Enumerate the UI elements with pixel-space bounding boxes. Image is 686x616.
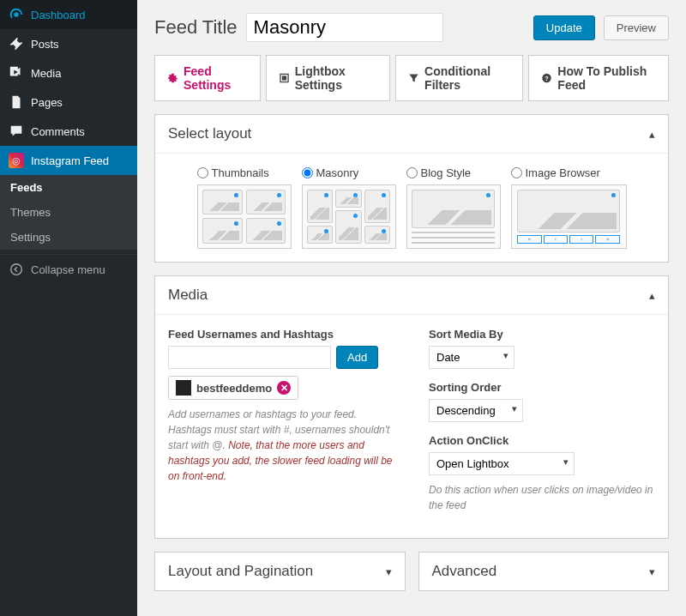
option-label: Masonry bbox=[316, 166, 359, 179]
feed-title-input[interactable] bbox=[246, 13, 443, 42]
nav-instagram-feed[interactable]: ◎Instagram Feed bbox=[0, 146, 137, 175]
chevron-down-icon bbox=[386, 563, 392, 580]
usernames-label: Feed Usernames and Hashtags bbox=[168, 328, 394, 341]
radio-thumbnails[interactable] bbox=[197, 167, 208, 178]
layout-option-imagebrowser[interactable]: Image Browser«‹›» bbox=[511, 166, 627, 249]
select-layout-panel: Select layout Thumbnails Masonry Blog St… bbox=[154, 114, 669, 263]
chevron-up-icon bbox=[649, 287, 655, 304]
order-select[interactable]: Descending bbox=[429, 399, 523, 422]
panel-title: Select layout bbox=[168, 125, 251, 142]
add-button[interactable]: Add bbox=[336, 346, 378, 369]
tab-label: Conditional Filters bbox=[424, 64, 510, 92]
instagram-icon: ◎ bbox=[9, 153, 24, 168]
nav-posts[interactable]: Posts bbox=[0, 29, 137, 58]
layout-pagination-panel: Layout and Pagination bbox=[154, 552, 406, 591]
page-header: Feed Title Update Preview bbox=[154, 13, 669, 42]
nav-media[interactable]: Media bbox=[0, 58, 137, 88]
avatar-icon bbox=[176, 380, 191, 396]
username-badge: bestfeeddemo✕ bbox=[168, 376, 298, 400]
chevron-down-icon bbox=[649, 563, 655, 580]
layout-option-masonry[interactable]: Masonry bbox=[302, 166, 396, 249]
svg-rect-2 bbox=[282, 75, 286, 80]
tab-label: Feed Settings bbox=[184, 64, 248, 92]
option-label: Image Browser bbox=[526, 166, 600, 179]
imagebrowser-preview-icon: «‹›» bbox=[511, 184, 627, 249]
usernames-input[interactable] bbox=[168, 346, 331, 369]
collapse-label: Collapse menu bbox=[31, 263, 105, 276]
blogstyle-preview-icon bbox=[406, 184, 501, 249]
nav-label: Dashboard bbox=[31, 9, 86, 21]
panel-title: Media bbox=[168, 287, 208, 304]
masonry-preview-icon bbox=[302, 184, 396, 249]
media-icon bbox=[9, 65, 24, 81]
feed-title-label: Feed Title bbox=[154, 16, 238, 39]
admin-sidebar: Dashboard Posts Media Pages Comments ◎In… bbox=[0, 0, 137, 616]
nav-comments[interactable]: Comments bbox=[0, 117, 137, 146]
nav-label: Posts bbox=[31, 38, 59, 51]
panel-toggle-layout-pagination[interactable]: Layout and Pagination bbox=[155, 553, 405, 590]
action-select[interactable]: Open Lightbox bbox=[429, 452, 575, 475]
nav-sub-feeds[interactable]: Feeds bbox=[0, 175, 137, 200]
advanced-panel: Advanced bbox=[418, 552, 670, 591]
collapse-icon bbox=[9, 262, 24, 277]
gear-icon bbox=[167, 71, 178, 85]
sort-label: Sort Media By bbox=[429, 328, 655, 341]
remove-badge-button[interactable]: ✕ bbox=[277, 381, 291, 395]
thumbnail-preview-icon bbox=[197, 184, 292, 249]
comments-icon bbox=[9, 124, 24, 139]
tab-lightbox-settings[interactable]: Lightbox Settings bbox=[266, 55, 390, 101]
collapse-menu[interactable]: Collapse menu bbox=[0, 254, 137, 284]
radio-blogstyle[interactable] bbox=[406, 167, 418, 178]
preview-button[interactable]: Preview bbox=[604, 15, 669, 40]
tab-feed-settings[interactable]: Feed Settings bbox=[154, 55, 261, 101]
nav-submenu: Feeds Themes Settings bbox=[0, 175, 137, 250]
filter-icon bbox=[408, 71, 419, 85]
nav-label: Comments bbox=[31, 125, 85, 138]
action-help: Do this action when user clicks on image… bbox=[429, 482, 655, 513]
pages-icon bbox=[9, 94, 24, 110]
panel-toggle-advanced[interactable]: Advanced bbox=[419, 553, 669, 590]
nav-label: Media bbox=[31, 67, 61, 80]
tab-label: Lightbox Settings bbox=[295, 64, 377, 92]
panel-title: Advanced bbox=[432, 563, 497, 580]
option-label: Blog Style bbox=[421, 166, 472, 179]
svg-text:?: ? bbox=[545, 75, 549, 82]
nav-label: Instagram Feed bbox=[31, 154, 109, 167]
panel-title: Layout and Pagination bbox=[168, 563, 313, 580]
nav-sub-themes[interactable]: Themes bbox=[0, 200, 137, 225]
option-label: Thumbnails bbox=[212, 166, 269, 179]
settings-tabs: Feed Settings Lightbox Settings Conditio… bbox=[154, 55, 669, 101]
tab-label: How To Publish Feed bbox=[557, 64, 656, 92]
dashboard-icon bbox=[9, 7, 24, 22]
nav-pages[interactable]: Pages bbox=[0, 88, 137, 117]
action-label: Action OnClick bbox=[429, 434, 655, 447]
order-label: Sorting Order bbox=[429, 381, 655, 394]
update-button[interactable]: Update bbox=[533, 15, 595, 40]
nav-sub-settings[interactable]: Settings bbox=[0, 225, 137, 250]
panel-toggle-layout[interactable]: Select layout bbox=[155, 115, 668, 153]
nav-dashboard[interactable]: Dashboard bbox=[0, 0, 137, 29]
usernames-help: Add usernames or hashtags to your feed. … bbox=[168, 407, 394, 484]
nav-label: Pages bbox=[31, 96, 63, 109]
layout-option-thumbnails[interactable]: Thumbnails bbox=[197, 166, 292, 249]
sort-select[interactable]: Date bbox=[429, 346, 514, 369]
badge-label: bestfeeddemo bbox=[196, 382, 272, 395]
radio-masonry[interactable] bbox=[302, 167, 313, 178]
panel-toggle-media[interactable]: Media bbox=[155, 276, 668, 314]
layout-option-blogstyle[interactable]: Blog Style bbox=[406, 166, 501, 249]
tab-conditional-filters[interactable]: Conditional Filters bbox=[395, 55, 523, 101]
tab-how-to-publish[interactable]: ?How To Publish Feed bbox=[528, 55, 669, 101]
lightbox-icon bbox=[279, 71, 290, 85]
media-panel: Media Feed Usernames and Hashtags Add be… bbox=[154, 275, 669, 539]
main-content: Feed Title Update Preview Feed Settings … bbox=[137, 0, 686, 616]
help-icon: ? bbox=[541, 71, 552, 85]
radio-imagebrowser[interactable] bbox=[511, 167, 522, 178]
pin-icon bbox=[9, 36, 24, 51]
svg-point-0 bbox=[11, 264, 22, 275]
chevron-up-icon bbox=[649, 125, 655, 142]
